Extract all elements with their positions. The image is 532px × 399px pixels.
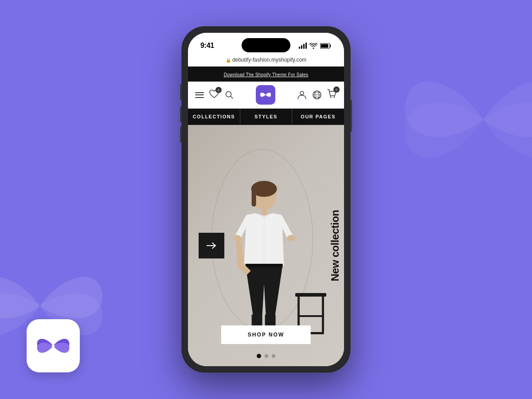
tab-styles[interactable]: STYLES <box>240 109 293 125</box>
wifi-icon <box>309 43 317 49</box>
globe-icon <box>312 90 322 100</box>
account-button[interactable] <box>297 90 307 100</box>
status-bar: 9:41 <box>188 33 344 55</box>
cart-count: 0 <box>333 86 340 93</box>
cart-button[interactable]: 0 <box>327 89 337 101</box>
tab-our-pages[interactable]: OUR PAGES <box>292 109 344 125</box>
url-text: 🔒 debutify-fashion.myshopify.com <box>226 57 306 63</box>
bg-butterfly-right-icon <box>399 35 532 204</box>
tab-collections[interactable]: COLLECTIONS <box>188 109 240 125</box>
language-button[interactable] <box>312 90 322 100</box>
status-time: 9:41 <box>200 42 214 50</box>
new-collection-text: New collection <box>330 210 340 281</box>
logo-badge <box>256 85 275 105</box>
hero-section: New collection SHOP NOW <box>188 125 344 366</box>
arrow-icon <box>207 242 216 249</box>
hamburger-line <box>195 94 204 95</box>
svg-rect-28 <box>297 315 324 317</box>
hamburger-line <box>195 92 204 93</box>
carousel-dot-2[interactable] <box>265 354 268 358</box>
status-icons <box>299 43 332 49</box>
arrow-button[interactable] <box>199 233 224 258</box>
logo-butterfly-icon <box>259 89 272 101</box>
app-icon <box>27 319 80 372</box>
promo-banner-text: Download The Shopify Theme For Sales <box>224 72 309 77</box>
battery-icon <box>320 43 332 49</box>
hamburger-line <box>195 97 204 98</box>
app-icon-butterfly <box>35 328 71 364</box>
search-button[interactable] <box>224 90 234 100</box>
nav-left: 0 <box>195 90 234 100</box>
svg-point-11 <box>334 97 335 98</box>
svg-rect-26 <box>322 297 324 332</box>
svg-rect-14 <box>252 187 256 207</box>
carousel-dots <box>257 354 275 358</box>
search-icon <box>225 90 234 99</box>
category-tabs: COLLECTIONS STYLES OUR PAGES <box>188 109 344 125</box>
carousel-dot-3[interactable] <box>272 354 275 358</box>
nav-right: 0 <box>297 89 337 101</box>
url-bar[interactable]: 🔒 debutify-fashion.myshopify.com <box>188 55 344 66</box>
nav-logo[interactable] <box>256 85 275 105</box>
phone-screen: 9:41 <box>188 33 344 366</box>
account-icon <box>297 90 307 100</box>
lock-icon: 🔒 <box>226 58 231 63</box>
svg-rect-2 <box>321 44 329 47</box>
svg-point-18 <box>287 235 295 241</box>
wishlist-count: 0 <box>215 87 222 93</box>
svg-rect-15 <box>261 208 267 215</box>
svg-rect-24 <box>295 293 326 297</box>
carousel-dot-1[interactable] <box>257 354 261 358</box>
svg-point-10 <box>330 97 332 98</box>
wishlist-button[interactable]: 0 <box>209 90 219 100</box>
svg-point-0 <box>52 344 55 347</box>
shop-now-button[interactable]: SHOP NOW <box>221 325 311 344</box>
phone-frame: 9:41 <box>182 27 350 372</box>
dynamic-island <box>242 38 290 52</box>
nav-bar: 0 <box>188 82 344 109</box>
svg-point-4 <box>300 91 304 95</box>
promo-banner[interactable]: Download The Shopify Theme For Sales <box>188 66 344 82</box>
hamburger-icon[interactable] <box>195 92 204 98</box>
signal-icon <box>299 43 307 49</box>
svg-rect-19 <box>246 264 283 267</box>
